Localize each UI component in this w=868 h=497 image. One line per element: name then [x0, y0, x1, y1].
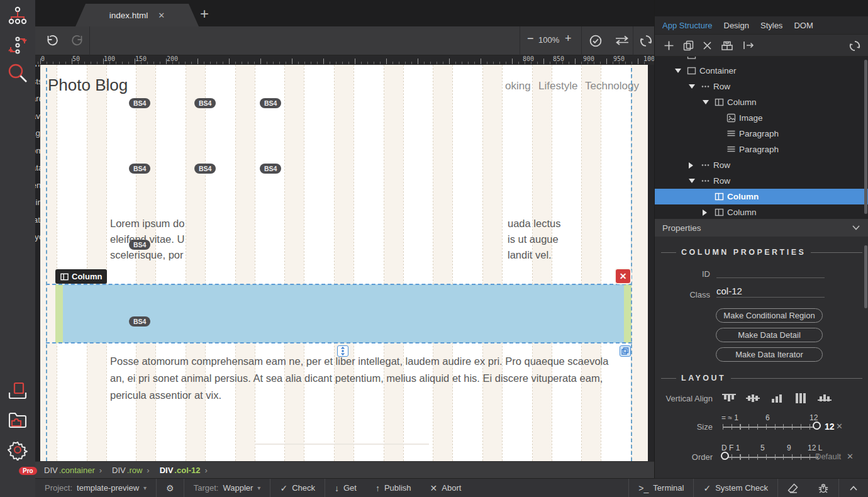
tree-row-paragraph[interactable]: Paragraph: [655, 126, 868, 142]
tree-row-paragraph[interactable]: Paragraph: [655, 142, 868, 157]
refresh-tree-icon[interactable]: [849, 40, 861, 52]
redo-icon[interactable]: [70, 34, 84, 47]
design-canvas[interactable]: Photo Blog oking Lifestyle Technology Lo…: [40, 65, 648, 461]
paragraph-fragment[interactable]: scelerisque, por: [110, 249, 183, 261]
align-baseline-icon[interactable]: [815, 391, 834, 405]
publish-button[interactable]: ↑Publish: [366, 479, 421, 497]
app-structure-icon[interactable]: [6, 5, 29, 28]
properties-scrollbar[interactable]: [864, 245, 867, 308]
terminal-button[interactable]: >_Terminal: [628, 479, 693, 497]
workflow-icon[interactable]: [6, 34, 29, 57]
order-label: Order: [657, 452, 713, 462]
tree-row-column[interactable]: Column: [655, 94, 868, 110]
debug-button[interactable]: [808, 479, 838, 497]
size-slider[interactable]: [723, 424, 818, 430]
new-tab-button[interactable]: +: [200, 5, 209, 23]
deploy-icon[interactable]: [6, 379, 29, 402]
tab-dom[interactable]: DOM: [794, 21, 813, 30]
ruler-mark: 950: [613, 55, 625, 62]
make-data-iterator-button[interactable]: Make Data Iterator: [716, 347, 823, 362]
tree-row-image[interactable]: Image: [655, 110, 868, 126]
zoom-in-button[interactable]: +: [565, 32, 572, 45]
ruler-mark: 0: [41, 55, 45, 62]
duplicate-column-button[interactable]: [620, 345, 631, 357]
tree-row-container[interactable]: Container: [655, 63, 868, 79]
paragraph-fragment[interactable]: Lorem ipsum do: [110, 218, 184, 230]
tree-scrollbar[interactable]: [864, 60, 867, 214]
zoom-out-button[interactable]: −: [527, 32, 534, 45]
package-icon[interactable]: [721, 40, 733, 51]
panel-tabs: App Structure Design Styles DOM: [655, 16, 868, 34]
project-settings-button[interactable]: ⚙: [157, 479, 184, 497]
tab-app-structure[interactable]: App Structure: [662, 21, 713, 30]
remove-element-button[interactable]: ✕: [615, 268, 632, 284]
paragraph-line[interactable]: Posse atomorum comprehensam eam ne, per …: [110, 353, 608, 370]
nav-item-cooking[interactable]: oking: [505, 80, 531, 92]
align-stretch-icon[interactable]: [791, 391, 810, 405]
extensions-icon[interactable]: [6, 409, 29, 432]
page-title[interactable]: Photo Blog: [48, 75, 128, 95]
class-field[interactable]: [716, 285, 825, 298]
tree-row-row[interactable]: Row: [655, 157, 868, 173]
paragraph-icon: [726, 129, 739, 138]
tab-design[interactable]: Design: [724, 21, 749, 30]
column-icon: [715, 208, 727, 217]
export-icon[interactable]: [742, 40, 755, 50]
copy-element-icon[interactable]: [683, 40, 694, 51]
order-slider[interactable]: [723, 454, 818, 460]
tab-index-html[interactable]: index.html ✕: [75, 4, 199, 26]
tab-styles[interactable]: Styles: [760, 21, 782, 30]
column-properties-header: COLUMN PROPERTIES: [655, 248, 868, 257]
align-bottom-icon[interactable]: [767, 391, 786, 405]
validate-icon[interactable]: [589, 34, 603, 48]
breadcrumb-col-12[interactable]: DIV.col-12 ›: [160, 466, 208, 475]
align-top-icon[interactable]: [720, 391, 738, 405]
breadcrumb-container[interactable]: DIV.container ›: [44, 466, 102, 475]
undo-icon[interactable]: [45, 34, 59, 47]
expander-open-icon: [689, 84, 695, 89]
properties-header[interactable]: Properties: [655, 219, 868, 237]
right-panel: App Structure Design Styles DOM: [654, 0, 868, 478]
selected-column-region[interactable]: [63, 284, 624, 343]
check-button[interactable]: ✓Check: [270, 479, 325, 497]
refresh-icon[interactable]: [639, 34, 653, 48]
tree-row-row[interactable]: Row: [655, 79, 868, 94]
tree-row-column-selected[interactable]: Column: [655, 189, 868, 204]
insert-position-button[interactable]: [337, 345, 348, 357]
order-scale-min: D F 1: [721, 444, 740, 452]
id-field[interactable]: [716, 265, 825, 278]
add-element-icon[interactable]: [664, 40, 674, 51]
target-selector[interactable]: Target: Wappler ▾: [184, 479, 271, 497]
tree-row-column[interactable]: Column: [655, 204, 868, 219]
tree-row-row[interactable]: Row: [655, 173, 868, 189]
settings-gear-icon[interactable]: [6, 438, 29, 461]
clear-size-icon[interactable]: ✕: [836, 422, 843, 431]
paragraph-line[interactable]: an, ei pri sonet animal persius. At sea …: [110, 370, 603, 387]
chevron-right-icon: ›: [147, 466, 149, 475]
system-check-button[interactable]: ✓System Check: [693, 479, 777, 497]
clear-order-icon[interactable]: ✕: [847, 452, 854, 461]
paragraph-fragment: landit vel.: [508, 249, 552, 261]
get-button[interactable]: ↓Get: [325, 479, 366, 497]
design-toolbar: − 100% +: [35, 26, 654, 55]
search-icon[interactable]: [6, 63, 29, 86]
collapse-panel-button[interactable]: [838, 479, 868, 497]
class-label: Class: [655, 290, 710, 299]
make-data-detail-button[interactable]: Make Data Detail: [716, 328, 823, 342]
clean-button[interactable]: [777, 479, 808, 497]
breadcrumb-row[interactable]: DIV.row ›: [112, 466, 150, 475]
terminal-icon: >_: [638, 483, 648, 493]
abort-button[interactable]: ✕Abort: [421, 479, 471, 497]
project-selector[interactable]: Project: template-preview ▾: [35, 479, 157, 497]
nav-item-lifestyle[interactable]: Lifestyle: [538, 80, 577, 92]
delete-element-icon[interactable]: [703, 41, 712, 50]
bs4-badge: BS4: [194, 164, 216, 174]
swap-view-icon[interactable]: [614, 34, 630, 47]
align-middle-icon[interactable]: [743, 391, 762, 405]
paragraph-line[interactable]: pericula assentior at vix.: [110, 387, 221, 404]
ruler-mark: 850: [553, 55, 564, 62]
close-icon[interactable]: ✕: [158, 11, 165, 20]
size-slider-handle[interactable]: [813, 422, 821, 430]
order-slider-handle[interactable]: [721, 452, 729, 460]
make-conditional-region-button[interactable]: Make Conditional Region: [716, 308, 823, 323]
